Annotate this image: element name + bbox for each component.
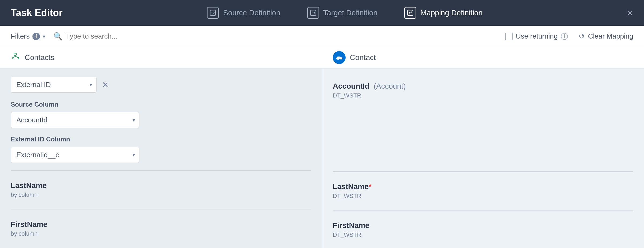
external-id-select-wrapper: External ID ▾: [11, 77, 97, 93]
right-divider-1: [333, 171, 633, 172]
info-icon[interactable]: i: [561, 33, 568, 40]
external-id-column-group: External ID Column ExternalId__c ▾: [11, 136, 311, 163]
tab-mapping-label: Mapping Definition: [420, 9, 483, 17]
left-panel: External ID ▾ ✕ Source Column AccountId …: [0, 69, 322, 248]
svg-point-6: [411, 12, 412, 13]
list-item: LastName by column: [11, 176, 311, 204]
external-id-column-select-wrapper: ExternalId__c ▾: [11, 147, 139, 163]
tab-mapping[interactable]: Mapping Definition: [399, 4, 488, 21]
filters-label: Filters: [11, 32, 30, 40]
svg-point-5: [409, 13, 410, 14]
field-name-firstname: FirstName: [11, 220, 311, 229]
right-panel: AccountId (Account) DT_WSTR LastName* DT…: [322, 69, 644, 248]
tab-target-label: Target Definition: [323, 9, 377, 17]
tab-target[interactable]: Target Definition: [302, 4, 383, 21]
source-definition-icon: [207, 7, 219, 19]
external-id-column-select[interactable]: ExternalId__c: [11, 147, 139, 163]
use-returning-control: Use returning i: [505, 32, 568, 40]
spacer: [333, 107, 633, 166]
filters-count-badge: 4: [32, 33, 40, 40]
required-asterisk-lastname: *: [369, 182, 372, 191]
right-field-account: AccountId (Account): [333, 82, 633, 91]
refresh-icon: ↺: [579, 32, 585, 41]
object-bar: Contacts Contact: [0, 47, 644, 69]
right-field-firstname-type: DT_WSTR: [333, 231, 633, 238]
target-definition-icon: [307, 7, 319, 19]
header-tabs: Source Definition Target Definition: [202, 4, 488, 21]
source-object: Contacts: [0, 52, 322, 63]
search-input[interactable]: [66, 32, 173, 40]
target-object: Contact: [322, 51, 644, 64]
filters-chevron-icon: ▾: [43, 33, 45, 40]
contacts-icon: [11, 52, 20, 63]
svg-point-10: [340, 57, 342, 59]
search-icon: 🔍: [53, 32, 63, 41]
external-id-row: External ID ▾ ✕: [11, 77, 311, 93]
divider-2: [11, 209, 311, 209]
list-item: FirstName DT_WSTR: [333, 216, 633, 244]
divider-1: [11, 170, 311, 171]
mapping-definition-icon: [404, 7, 416, 19]
source-object-name: Contacts: [25, 53, 54, 62]
field-sub-lastname: by column: [11, 191, 311, 198]
right-field-firstname: FirstName: [333, 221, 633, 230]
external-id-close-button[interactable]: ✕: [102, 80, 109, 89]
right-field-account-type: DT_WSTR: [333, 92, 633, 99]
salesforce-icon: [333, 51, 346, 64]
tab-source-label: Source Definition: [223, 9, 280, 17]
header: Task Editor Source Definition Target De: [0, 0, 644, 26]
use-returning-checkbox[interactable]: [505, 33, 513, 40]
tab-source[interactable]: Source Definition: [202, 4, 286, 21]
external-id-select[interactable]: External ID: [11, 77, 97, 93]
source-column-select[interactable]: AccountId: [11, 112, 139, 128]
svg-rect-4: [408, 10, 413, 16]
target-object-name: Contact: [350, 53, 376, 62]
source-column-select-wrapper: AccountId ▾: [11, 112, 139, 128]
field-name-lastname: LastName: [11, 181, 311, 190]
list-item: LastName* DT_WSTR: [333, 177, 633, 205]
right-divider-2: [333, 210, 633, 211]
clear-mapping-button[interactable]: ↺ Clear Mapping: [579, 32, 633, 41]
right-field-account-qualifier: (Account): [374, 82, 406, 90]
search-wrapper: 🔍: [53, 32, 497, 41]
source-column-label: Source Column: [11, 101, 311, 108]
use-returning-label: Use returning: [516, 32, 558, 40]
close-button[interactable]: ×: [627, 7, 633, 18]
toolbar: Filters 4 ▾ 🔍 Use returning i ↺ Clear Ma…: [0, 26, 644, 47]
filters-button[interactable]: Filters 4 ▾: [11, 32, 45, 40]
field-sub-firstname: by column: [11, 230, 311, 237]
main-content: External ID ▾ ✕ Source Column AccountId …: [0, 69, 644, 248]
external-id-column-label: External ID Column: [11, 136, 311, 143]
list-item: FirstName by column: [11, 215, 311, 243]
clear-mapping-label: Clear Mapping: [588, 32, 633, 40]
right-field-lastname: LastName*: [333, 182, 633, 191]
list-item: AccountId (Account) DT_WSTR: [333, 77, 633, 104]
toolbar-right: Use returning i ↺ Clear Mapping: [505, 32, 633, 41]
right-field-lastname-type: DT_WSTR: [333, 193, 633, 200]
app-title: Task Editor: [11, 7, 62, 18]
source-column-group: Source Column AccountId ▾: [11, 101, 311, 128]
